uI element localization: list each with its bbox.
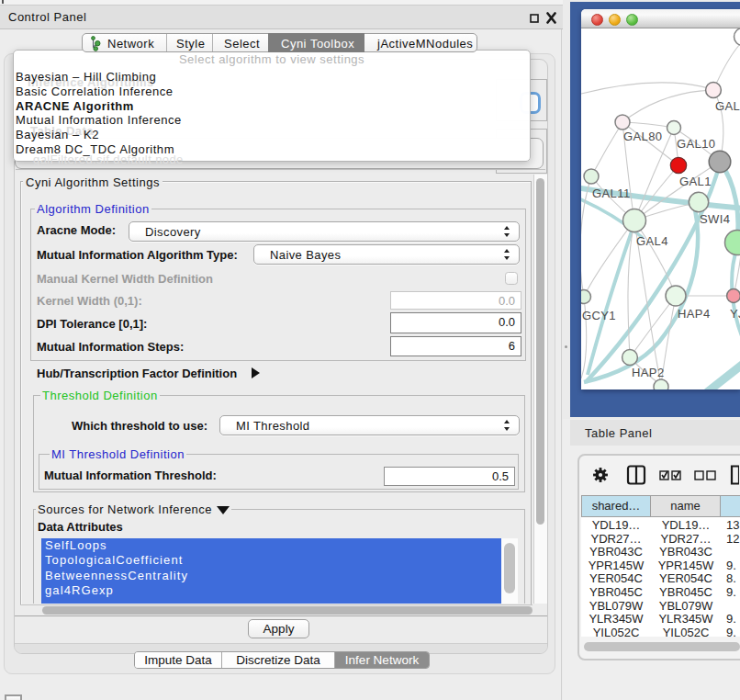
- svg-text:GAL80: GAL80: [623, 130, 662, 143]
- svg-text:GAL11: GAL11: [592, 186, 631, 200]
- svg-text:GAL4: GAL4: [636, 234, 668, 248]
- svg-text:GAL1: GAL1: [679, 175, 712, 188]
- svg-text:HAP2: HAP2: [632, 366, 665, 379]
- svg-text:GAL10: GAL10: [677, 137, 715, 151]
- svg-text:GCY1: GCY1: [582, 309, 616, 322]
- svg-text:SWI4: SWI4: [700, 212, 730, 226]
- svg-text:GAL7: GAL7: [715, 99, 740, 113]
- svg-text:YJ: YJ: [730, 307, 740, 321]
- svg-text:HAP4: HAP4: [678, 307, 711, 321]
